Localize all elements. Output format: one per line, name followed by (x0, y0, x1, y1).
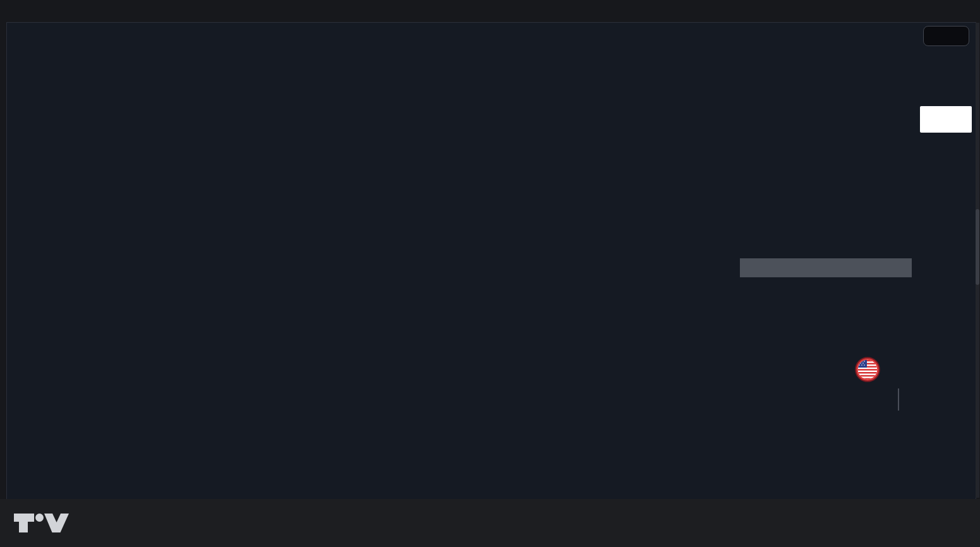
table-row-adx (740, 334, 912, 353)
table-row-vpvp (740, 315, 912, 334)
table-row-emas (740, 277, 912, 296)
us-flag-icon (854, 356, 881, 383)
attribution-bar (0, 0, 980, 22)
symbol-legend-row[interactable] (14, 28, 51, 41)
table-row-squeeze (740, 353, 912, 372)
rsi-status-badges (898, 388, 899, 411)
chart-legend (14, 28, 51, 66)
currency-toggle-button[interactable] (923, 26, 969, 46)
time-scale[interactable] (6, 478, 913, 498)
right-scrollbar[interactable] (976, 23, 979, 498)
indicator-table-header (740, 258, 912, 277)
tradingview-chart-page (0, 0, 980, 547)
last-price-label (920, 106, 972, 133)
table-row-sqzmon (740, 296, 912, 315)
volume-legend-row[interactable] (14, 54, 51, 66)
strategy-legend-row[interactable] (14, 41, 51, 54)
indicator-status-table (740, 258, 912, 372)
footer-bar (0, 499, 980, 547)
tradingview-logo[interactable] (13, 510, 80, 536)
tradingview-logo-icon (13, 510, 73, 536)
scrollbar-thumb[interactable] (976, 209, 979, 285)
